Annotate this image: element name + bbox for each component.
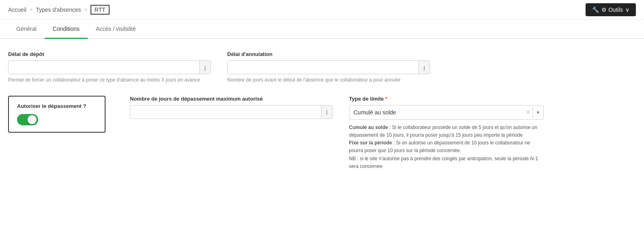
type-limite-info: Cumulé au solde : Si le collaborateur po…	[349, 124, 544, 170]
chevron-down-icon: ▾	[532, 106, 543, 118]
delai-annulation-hint: Nombre de jours avant le début de l'abse…	[227, 77, 430, 84]
breadcrumb-sep2: >	[84, 7, 87, 13]
breadcrumb: Accueil > Types d'absences > RTT 🔧 ⚙ Out…	[0, 0, 644, 20]
breadcrumb-home[interactable]: Accueil	[8, 6, 26, 13]
toggle-switch[interactable]	[17, 114, 38, 125]
breadcrumb-sep1: >	[30, 7, 32, 13]
delai-depot-hint: Permet de forcer un collaborateur à pose…	[8, 77, 211, 84]
gear-icon: 🔧	[592, 6, 599, 13]
type-limite-value: Cumulé au solde	[349, 106, 524, 119]
delai-depot-input-wrapper: j	[8, 60, 211, 74]
delai-annulation-suffix: j	[418, 61, 430, 74]
tab-acces[interactable]: Accès / visibilité	[88, 20, 144, 39]
autoriser-depassement-box: Autoriser le dépassement ?	[8, 96, 106, 133]
delai-depot-label: Délai de dépôt	[8, 51, 211, 57]
delai-depot-input[interactable]	[9, 61, 199, 74]
tab-conditions[interactable]: Conditions	[45, 20, 88, 39]
type-limite-label: Type de limite *	[349, 96, 544, 102]
tab-general[interactable]: Général	[8, 20, 45, 39]
breadcrumb-types[interactable]: Types d'absences	[36, 6, 81, 13]
type-limite-group: Type de limite * Cumulé au solde × ▾ Cum…	[349, 96, 544, 170]
nb-jours-suffix: j	[321, 105, 332, 118]
nb-jours-label: Nombre de jours de dépassement maximum a…	[130, 96, 333, 102]
outils-button[interactable]: 🔧 ⚙ Outils ∨	[586, 3, 636, 16]
delai-depot-suffix: j	[199, 61, 211, 74]
delai-depot-group: Délai de dépôt j Permet de forcer un col…	[8, 51, 211, 84]
page-content: Délai de dépôt j Permet de forcer un col…	[0, 39, 644, 183]
second-row: Autoriser le dépassement ? Nombre de jou…	[8, 96, 636, 170]
first-row: Délai de dépôt j Permet de forcer un col…	[8, 51, 636, 84]
breadcrumb-current: RTT	[90, 5, 110, 15]
toggle-container	[17, 114, 97, 125]
toggle-section: Autoriser le dépassement ?	[8, 96, 114, 133]
delai-annulation-group: Délai d'annulation j Nombre de jours ava…	[227, 51, 430, 84]
required-marker: *	[385, 96, 387, 102]
nb-jours-group: Nombre de jours de dépassement maximum a…	[130, 96, 333, 119]
chevron-down-icon: ∨	[625, 6, 629, 13]
delai-annulation-input[interactable]	[228, 61, 418, 74]
toggle-slider	[17, 114, 38, 125]
outils-label: ⚙ Outils	[601, 6, 623, 13]
delai-annulation-input-wrapper: j	[227, 60, 430, 74]
delai-annulation-label: Délai d'annulation	[227, 51, 430, 57]
nb-jours-input-wrapper: j	[130, 105, 333, 119]
type-limite-select[interactable]: Cumulé au solde × ▾	[349, 105, 544, 120]
clear-icon[interactable]: ×	[524, 105, 532, 119]
nb-jours-input[interactable]	[130, 105, 321, 118]
autoriser-depassement-label: Autoriser le dépassement ?	[17, 103, 97, 109]
tabs-bar: Général Conditions Accès / visibilité	[0, 20, 644, 39]
